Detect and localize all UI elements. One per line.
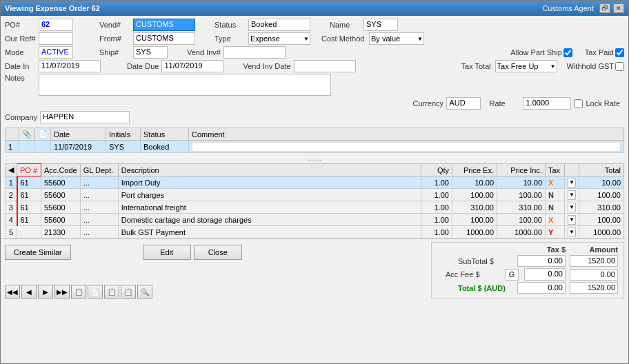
line-qty: 1.00 (421, 201, 452, 214)
total-label: Total $ (AUD) (458, 284, 513, 292)
audit-col-num (6, 128, 19, 141)
line-arr[interactable]: ▼ (565, 176, 579, 189)
currency-row: Currency AUD Rate 1.0000 Lock Rate (5, 97, 624, 110)
line-acc: 21330 (41, 226, 81, 239)
lines-table-header: ◀ PO # Acc.Code GL Dept. Description Qty… (6, 164, 624, 176)
line-priceex: 310.00 (452, 201, 497, 214)
po-value[interactable]: 62 (39, 19, 73, 31)
line-priceex: 100.00 (452, 189, 497, 201)
line-arr[interactable]: ▼ (565, 201, 579, 214)
audit-table: 📎 📄 Date Initials Status Comment 1 11/07… (5, 128, 624, 153)
subtotal-amount-value[interactable]: 1520.00 (570, 255, 618, 267)
line-arr[interactable]: ▼ (565, 214, 579, 226)
acc-fee-label: Acc Fee $ (446, 270, 501, 279)
rate-value[interactable]: 1.0000 (523, 97, 571, 110)
notes-box[interactable] (39, 74, 331, 96)
total-amount-value[interactable]: 1520.00 (570, 282, 618, 294)
date-due-value[interactable]: 11/07/2019 (161, 60, 223, 72)
vend-inv-value[interactable] (223, 46, 286, 59)
acc-fee-amount-value[interactable]: 0.00 (570, 269, 618, 281)
form-row-2: Our Ref# From# CUSTOMS Type Expense ▼ Co… (5, 32, 624, 45)
company-label: Company (5, 113, 37, 121)
acc-fee-tax-value[interactable]: 0.00 (524, 268, 566, 281)
audit-row[interactable]: 1 11/07/2019 SYS Booked (6, 141, 624, 153)
line-tax: N (546, 201, 565, 214)
lines-row[interactable]: 2 61 55600 ... Port charges 1.00 100.00 … (6, 189, 624, 201)
name-value[interactable]: SYS (363, 19, 398, 31)
lines-col-qty[interactable]: Qty (421, 164, 452, 176)
allow-part-ship-label: Allow Part Ship (510, 48, 562, 57)
type-select[interactable]: Expense (248, 32, 310, 45)
lines-row[interactable]: 4 61 55600 ... Domestic cartage and stor… (6, 214, 624, 226)
vend-inv-date-value[interactable] (294, 60, 356, 72)
audit-table-header: 📎 📄 Date Initials Status Comment (6, 128, 624, 141)
nav-next[interactable]: ▶ (38, 285, 53, 299)
nav-buttons: ◀◀ ◀ ▶ ▶▶ 📋 📄 📋 📋 🔍 (5, 285, 242, 299)
company-row: Company HAPPEN (5, 111, 624, 123)
close-button[interactable]: ✕ (613, 3, 624, 13)
status-value[interactable]: Booked (248, 19, 310, 31)
nav-prev[interactable]: ◀ (21, 285, 37, 299)
nav-doc4[interactable]: 📋 (121, 285, 136, 299)
lines-col-desc[interactable]: Description (118, 164, 421, 176)
lines-col-gl[interactable]: GL Dept. (80, 164, 118, 176)
nav-doc2[interactable]: 📄 (88, 285, 103, 299)
create-similar-button[interactable]: Create Similar (5, 245, 71, 260)
cost-method-select[interactable]: By value (369, 32, 424, 45)
audit-col-clip: 📎 (19, 128, 35, 141)
lines-col-tax[interactable]: Tax (546, 164, 565, 176)
nav-search[interactable]: 🔍 (137, 285, 152, 299)
currency-value[interactable]: AUD (446, 97, 481, 110)
bottom-area: Create Similar Edit Close ◀◀ ◀ ▶ ▶▶ 📋 📄 … (1, 239, 628, 301)
date-in-value[interactable]: 11/07/2019 (39, 60, 101, 72)
allow-part-ship-checkbox[interactable] (563, 48, 572, 57)
nav-doc1[interactable]: 📋 (71, 285, 86, 299)
lines-row[interactable]: 5 21330 ... Bulk GST Payment 1.00 1000.0… (6, 226, 624, 239)
ship-value[interactable]: SYS (133, 46, 168, 59)
line-total: 310.00 (579, 201, 624, 214)
lines-row[interactable]: 3 61 55600 ... International freight 1.0… (6, 201, 624, 214)
edit-button[interactable]: Edit (143, 245, 191, 260)
line-desc: Bulk GST Payment (118, 226, 421, 239)
audit-col-status: Status (141, 128, 189, 141)
lock-rate-checkbox[interactable] (574, 99, 583, 108)
title-bar-controls: Customs Agent 🗗 ✕ (542, 3, 624, 13)
line-priceex: 10.00 (452, 176, 497, 189)
lines-col-priceinc[interactable]: Price Inc. (497, 164, 546, 176)
tax-paid-checkbox[interactable] (615, 48, 624, 57)
acc-fee-letter[interactable]: G (505, 269, 519, 281)
lines-col-collapse[interactable]: ◀ (6, 164, 17, 176)
line-arr[interactable]: ▼ (565, 189, 579, 201)
line-desc: Domestic cartage and storage charges (118, 214, 421, 226)
nav-first[interactable]: ◀◀ (5, 285, 20, 299)
our-ref-value[interactable] (39, 32, 73, 45)
company-value[interactable]: HAPPEN (40, 111, 130, 123)
vend-value[interactable]: CUSTOMS (133, 19, 195, 31)
total-tax-value[interactable]: 0.00 (517, 282, 566, 294)
minimize-button[interactable]: 🗗 (599, 3, 610, 13)
lines-col-priceex[interactable]: Price Ex. (452, 164, 497, 176)
withhold-gst-checkbox[interactable] (615, 62, 624, 71)
subtotal-tax-value[interactable]: 0.00 (517, 255, 566, 267)
audit-row-initials: SYS (106, 141, 141, 153)
lines-tbody: 1 61 55600 ... Import Duty 1.00 10.00 10… (6, 176, 624, 239)
lines-table: ◀ PO # Acc.Code GL Dept. Description Qty… (5, 163, 624, 239)
lines-col-total[interactable]: Total (579, 164, 624, 176)
line-total: 100.00 (579, 214, 624, 226)
summary-subtotal-row: SubTotal $ 0.00 1520.00 (437, 255, 618, 267)
from-value[interactable]: CUSTOMS (133, 32, 195, 45)
from-label: From# (99, 34, 130, 43)
line-arr[interactable]: ▼ (565, 226, 579, 239)
allow-part-ship-group: Allow Part Ship (510, 48, 572, 57)
lines-col-po[interactable]: PO # (17, 164, 41, 176)
close-button-bottom[interactable]: Close (194, 245, 242, 260)
tax-total-select[interactable]: Tax Free Up (495, 60, 557, 72)
lines-col-acc[interactable]: Acc.Code (41, 164, 81, 176)
audit-row-comment[interactable] (189, 141, 624, 153)
nav-doc3[interactable]: 📋 (104, 285, 119, 299)
mode-value[interactable]: ACTIVE (39, 46, 73, 59)
nav-last[interactable]: ▶▶ (54, 285, 70, 299)
lines-separator: ....... (1, 153, 628, 163)
line-qty: 1.00 (421, 176, 452, 189)
lines-row[interactable]: 1 61 55600 ... Import Duty 1.00 10.00 10… (6, 176, 624, 189)
